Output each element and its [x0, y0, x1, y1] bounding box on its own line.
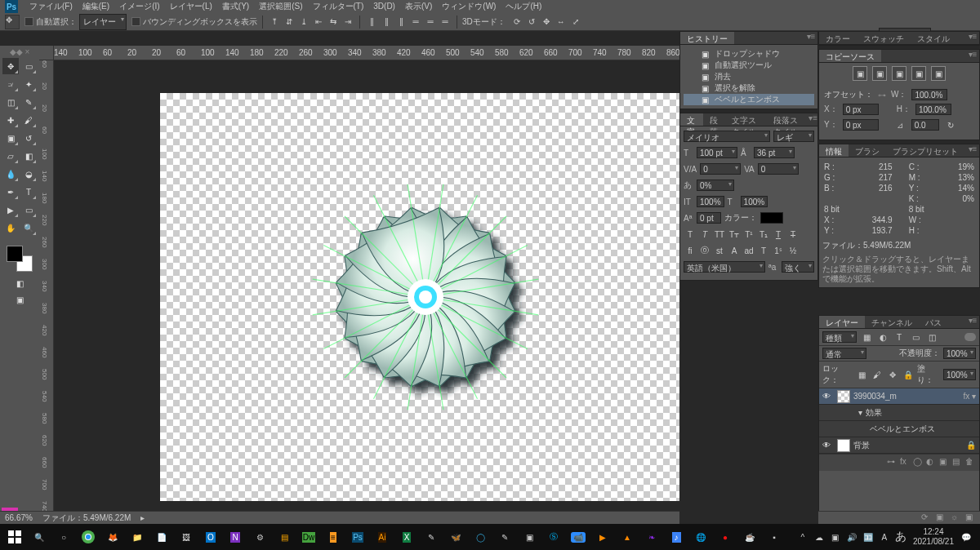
ruler-vertical[interactable]: 6020206010014018022026030034038042046050… [39, 60, 54, 524]
settings-icon[interactable]: ⚙ [248, 526, 271, 548]
tab-swatches[interactable]: スウォッチ [857, 32, 911, 44]
roll-icon[interactable]: ↺ [525, 16, 538, 29]
dist-right-icon[interactable]: ═ [439, 16, 452, 29]
docsize-display[interactable]: ファイル：5.49M/6.22M [42, 512, 131, 524]
globe-icon[interactable]: 🌐 [689, 526, 712, 548]
layer-filter-kind[interactable]: 種類 [822, 331, 857, 343]
ot-fi-icon[interactable]: fi [684, 244, 697, 257]
canvas-image[interactable] [160, 93, 679, 501]
obs-icon[interactable]: ▣ [518, 526, 541, 548]
hand-tool[interactable]: ✋ [2, 220, 19, 236]
media-icon[interactable]: ▶ [591, 526, 614, 548]
tool4-icon[interactable]: ◯ [469, 526, 492, 548]
opacity-value[interactable]: 100% [943, 348, 976, 359]
menu-type[interactable]: 書式(Y) [217, 0, 254, 13]
layer-item[interactable]: 👁3990034_mfx ▾ [819, 388, 979, 405]
filter-type-icon[interactable]: T [893, 330, 906, 344]
tool7-icon[interactable]: ☕ [738, 526, 761, 548]
terminal-icon[interactable]: ▪ [763, 526, 786, 548]
panel-menu-icon[interactable]: ▾≡ [966, 316, 979, 328]
skype-icon[interactable]: Ⓢ [542, 526, 565, 548]
dist-top-icon[interactable]: ‖ [365, 16, 378, 29]
chrome-icon[interactable] [77, 526, 100, 548]
filter-smart-icon[interactable]: ◫ [925, 330, 938, 344]
group-icon[interactable]: ▣ [939, 457, 951, 468]
vlc-icon[interactable]: ▲ [616, 526, 639, 548]
blur-tool[interactable]: 💧 [2, 166, 19, 182]
tray-app-icon[interactable]: ▣ [828, 527, 843, 547]
source2-icon[interactable]: ▣ [872, 66, 887, 81]
lock-all-icon[interactable]: 🔒 [902, 368, 914, 381]
auto-select-checkbox[interactable] [24, 17, 33, 26]
link-layers-icon[interactable]: ⊶ [887, 457, 898, 468]
sublime-icon[interactable]: ≡ [322, 526, 345, 548]
firefox-icon[interactable]: 🦊 [101, 526, 124, 548]
start-button[interactable] [3, 526, 26, 548]
eye-icon[interactable]: 👁 [822, 392, 834, 401]
quick-select-tool[interactable]: ✦ [20, 76, 37, 92]
font-family[interactable]: メイリオ [684, 131, 770, 142]
history-item[interactable]: ▣ドロップシャドウ [684, 48, 814, 60]
outlook-icon[interactable]: O [199, 526, 222, 548]
align-top-icon[interactable]: ⤒ [268, 16, 281, 29]
lock-pos-icon[interactable]: ✥ [887, 368, 899, 381]
ruler-horizontal[interactable]: 1401006020206010014018022026030034038042… [54, 46, 679, 60]
menu-view[interactable]: 表示(V) [400, 0, 437, 13]
notepad-icon[interactable]: 📄 [150, 526, 173, 548]
layer-thumb[interactable] [837, 390, 850, 403]
allcaps-icon[interactable]: TT [713, 228, 726, 241]
tray-cloud-icon[interactable]: ☁ [812, 527, 826, 547]
foreground-color[interactable] [7, 246, 23, 262]
mask-icon[interactable]: ◯ [913, 457, 924, 468]
tool5-icon[interactable]: ✎ [493, 526, 516, 548]
align-right-icon[interactable]: ⇥ [341, 16, 354, 29]
source-x[interactable]: 0 px [843, 104, 879, 115]
path-select-tool[interactable]: ▶ [2, 202, 19, 218]
source5-icon[interactable]: ▣ [931, 66, 946, 81]
menu-file[interactable]: ファイル(F) [24, 0, 78, 13]
shape-tool[interactable]: ▭ [20, 202, 37, 218]
layer-item[interactable]: ベベルとエンボス [819, 421, 979, 437]
ot-1st-icon[interactable]: 1ˢ [772, 244, 785, 257]
kerning[interactable]: 0 [700, 163, 741, 175]
history-brush-tool[interactable]: ↺ [20, 130, 37, 146]
menu-layer[interactable]: レイヤー(L) [165, 0, 217, 13]
italic-icon[interactable]: T [698, 228, 711, 241]
font-size[interactable]: 100 pt [697, 147, 737, 158]
link-icon[interactable]: ⊶ [878, 91, 886, 100]
align-left-icon[interactable]: ⇤ [312, 16, 325, 29]
tab-brush[interactable]: ブラシ [849, 144, 886, 157]
panel-menu-icon[interactable]: ▾≡ [804, 32, 817, 44]
superscript-icon[interactable]: T¹ [742, 228, 755, 241]
layer-item[interactable]: ▾効果 [819, 405, 979, 421]
ot-A-icon[interactable]: A [728, 244, 741, 257]
tray-notifications-icon[interactable]: 💬 [959, 527, 973, 547]
quickmask-toggle[interactable]: ◧ [11, 275, 28, 291]
stamp-tool[interactable]: ▣ [2, 130, 19, 146]
dist-left-icon[interactable]: ═ [409, 16, 422, 29]
tab-info[interactable]: 情報 [819, 144, 849, 157]
tray-network-icon[interactable]: 🈁 [861, 527, 875, 547]
subscript-icon[interactable]: T₁ [757, 228, 770, 241]
source3-icon[interactable]: ▣ [892, 66, 906, 81]
menu-edit[interactable]: 編集(E) [78, 0, 114, 13]
tray-chevron-icon[interactable]: ^ [795, 527, 810, 547]
dist-vcenter-icon[interactable]: ‖ [380, 16, 393, 29]
source-y[interactable]: 0 px [843, 119, 879, 131]
source-angle[interactable]: 0.0 [911, 119, 939, 131]
antialias-dropdown[interactable]: 強く [782, 261, 814, 273]
lock-trans-icon[interactable]: ▦ [856, 368, 868, 381]
eyedropper-tool[interactable]: ✎ [20, 94, 37, 110]
layer-thumb[interactable] [837, 439, 850, 452]
leading[interactable]: 36 pt [754, 147, 795, 158]
pen-tool[interactable]: ✒ [2, 184, 19, 200]
screenmode-toggle[interactable]: ▣ [11, 291, 28, 308]
align-bottom-icon[interactable]: ⤓ [297, 16, 310, 29]
search-icon[interactable]: 🔍 [28, 526, 51, 548]
fx-icon[interactable]: fx [900, 457, 911, 468]
move-tool[interactable]: ✥ [2, 58, 19, 74]
tab-copysource[interactable]: コピーソース [819, 50, 881, 62]
panel-menu-icon[interactable]: ▾≡ [966, 50, 979, 62]
align-vcenter-icon[interactable]: ⇵ [283, 16, 296, 29]
tab-history[interactable]: ヒストリー [680, 32, 734, 44]
